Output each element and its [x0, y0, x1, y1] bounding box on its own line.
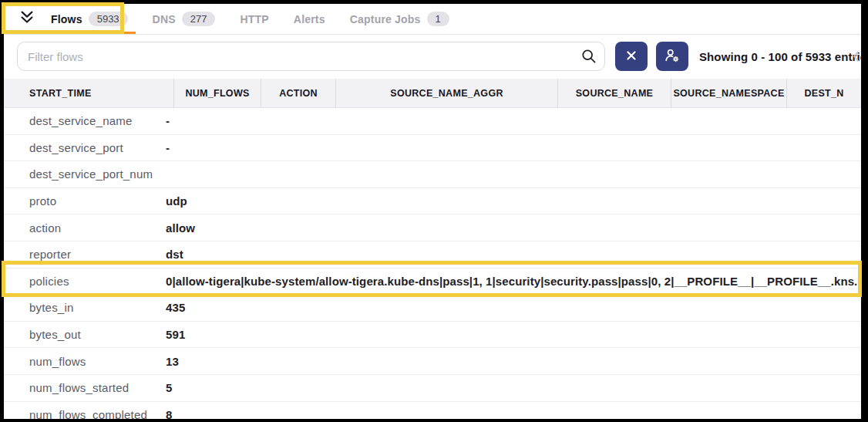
double-chevron-down-icon [19, 9, 35, 29]
collapse-rows-button[interactable] [17, 4, 37, 34]
detail-key: reporter [29, 248, 166, 261]
detail-value: 591 [166, 328, 861, 341]
detail-row-num-flows: num_flows 13 [4, 348, 861, 375]
detail-key: dest_service_port [29, 141, 166, 154]
tab-alerts[interactable]: Alerts [286, 4, 333, 34]
detail-key: bytes_in [29, 301, 166, 314]
close-icon [626, 50, 637, 63]
tab-flows[interactable]: Flows 5933 [43, 4, 136, 34]
detail-value: 8 [166, 408, 861, 419]
tab-dns-count-badge: 277 [182, 12, 216, 26]
detail-value: 13 [166, 355, 861, 368]
column-header-num-flows[interactable]: NUM_FLOWS [173, 79, 261, 107]
tab-flows-label: Flows [51, 13, 82, 25]
pagination-prev-icon[interactable] [849, 49, 861, 64]
flow-detail-list: dest_service_name - dest_service_port - … [4, 108, 861, 419]
column-header-dest-name[interactable]: DEST_N [786, 79, 861, 107]
detail-value: udp [166, 194, 861, 208]
column-header-source-name[interactable]: SOURCE_NAME [557, 79, 671, 107]
column-header-action[interactable]: ACTION [261, 79, 335, 107]
detail-value: allow [166, 221, 861, 235]
tab-http-label: HTTP [240, 13, 268, 25]
user-settings-button[interactable] [656, 42, 688, 71]
detail-key: bytes_out [29, 328, 166, 341]
flow-logs-panel: Flows 5933 DNS 277 HTTP Alerts Capture J… [4, 4, 861, 419]
detail-value: - [166, 141, 861, 154]
detail-row-proto: proto udp [4, 188, 861, 215]
detail-key: proto [29, 194, 166, 208]
flows-table-header: START_TIME NUM_FLOWS ACTION SOURCE_NAME_… [4, 79, 861, 108]
detail-row-policies: policies 0|allow-tigera|kube-system/allo… [4, 268, 861, 295]
detail-value: 435 [166, 301, 861, 314]
detail-key: num_flows [29, 355, 166, 368]
detail-value: 0|allow-tigera|kube-system/allow-tigera.… [166, 275, 861, 288]
filter-toolbar: Showing 0 - 100 of 5933 entries [4, 35, 861, 79]
detail-value: - [166, 114, 861, 127]
column-header-source-namespace[interactable]: SOURCE_NAMESPACE [671, 79, 786, 107]
detail-key: action [29, 221, 166, 235]
detail-row-dest-service-name: dest_service_name - [4, 108, 861, 135]
detail-key: dest_service_port_num [29, 167, 166, 181]
tab-alerts-label: Alerts [294, 13, 325, 25]
detail-row-num-flows-completed: num_flows_completed 8 [4, 402, 861, 419]
detail-value: 5 [166, 381, 861, 394]
tab-capture-jobs[interactable]: Capture Jobs 1 [342, 4, 457, 34]
detail-row-dest-service-port: dest_service_port - [4, 135, 861, 162]
filter-flows-input[interactable] [17, 42, 605, 71]
tab-flows-count-badge: 5933 [89, 12, 128, 26]
column-header-start-time[interactable]: START_TIME [4, 79, 173, 107]
detail-value: dst [166, 248, 861, 261]
user-settings-icon [664, 47, 681, 66]
detail-row-dest-service-port-num: dest_service_port_num [4, 161, 861, 188]
detail-row-action: action allow [4, 214, 861, 241]
tab-bar: Flows 5933 DNS 277 HTTP Alerts Capture J… [4, 4, 861, 35]
tab-dns[interactable]: DNS 277 [145, 4, 224, 34]
detail-row-bytes-in: bytes_in 435 [4, 295, 861, 322]
detail-row-reporter: reporter dst [4, 241, 861, 268]
search-icon [580, 48, 597, 65]
column-header-source-name-aggr[interactable]: SOURCE_NAME_AGGR [335, 79, 557, 107]
detail-row-bytes-out: bytes_out 591 [4, 322, 861, 349]
detail-key: dest_service_name [29, 114, 166, 127]
tab-capture-jobs-label: Capture Jobs [350, 13, 421, 25]
clear-filter-button[interactable] [615, 42, 648, 71]
tab-capture-jobs-count-badge: 1 [427, 12, 449, 26]
detail-key: num_flows_started [29, 381, 166, 394]
tab-dns-label: DNS [153, 13, 176, 25]
pagination-status: Showing 0 - 100 of 5933 entries [699, 35, 861, 79]
detail-row-num-flows-started: num_flows_started 5 [4, 375, 861, 402]
tab-http[interactable]: HTTP [232, 4, 276, 34]
tabs: Flows 5933 DNS 277 HTTP Alerts Capture J… [43, 4, 457, 34]
detail-key: num_flows_completed [29, 408, 166, 419]
detail-key: policies [29, 275, 166, 288]
